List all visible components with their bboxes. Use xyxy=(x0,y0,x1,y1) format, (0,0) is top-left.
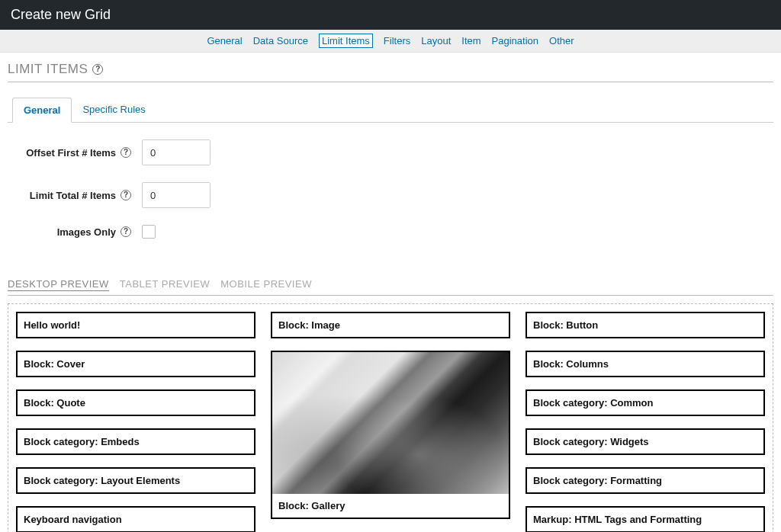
list-item[interactable]: Block category: Common xyxy=(525,389,765,416)
list-item[interactable]: Block category: Layout Elements xyxy=(16,467,256,494)
general-form: Offset First # Items ? Limit Total # Ite… xyxy=(8,123,773,263)
section-header-limit-items: LIMIT ITEMS ? xyxy=(8,62,773,82)
dialog-title: Create new Grid xyxy=(0,0,781,30)
offset-input[interactable] xyxy=(142,139,211,165)
limit-input[interactable] xyxy=(142,182,211,208)
preview-column-2: Block: Image Block: Gallery xyxy=(271,312,510,519)
preview-tab-desktop[interactable]: DESKTOP PREVIEW xyxy=(8,278,109,291)
nav-layout[interactable]: Layout xyxy=(421,35,451,46)
nav-filters[interactable]: Filters xyxy=(384,35,410,46)
preview-column-1: Hello world! Block: Cover Block: Quote B… xyxy=(16,312,256,532)
nav-data-source[interactable]: Data Source xyxy=(253,35,308,46)
nav-limit-items[interactable]: Limit Items xyxy=(319,34,373,48)
images-only-label: Images Only ? xyxy=(12,226,142,238)
list-item[interactable]: Block: Image xyxy=(271,312,510,338)
list-item[interactable]: Block: Columns xyxy=(525,351,765,377)
preview-container: Hello world! Block: Cover Block: Quote B… xyxy=(8,303,773,532)
offset-label: Offset First # Items ? xyxy=(12,147,142,159)
preview-column-3: Block: Button Block: Columns Block categ… xyxy=(525,312,765,532)
gallery-caption: Block: Gallery xyxy=(272,494,509,518)
list-item[interactable]: Block category: Embeds xyxy=(16,428,256,455)
help-icon[interactable]: ? xyxy=(121,190,131,200)
list-item[interactable]: Block: Quote xyxy=(16,389,256,416)
nav-general[interactable]: General xyxy=(207,35,242,46)
top-navigation: General Data Source Limit Items Filters … xyxy=(0,30,781,53)
nav-other[interactable]: Other xyxy=(549,35,574,46)
nav-pagination[interactable]: Pagination xyxy=(492,35,538,46)
list-item[interactable]: Block category: Formatting xyxy=(525,467,765,494)
help-icon[interactable]: ? xyxy=(92,64,103,75)
list-item[interactable]: Block: Button xyxy=(525,312,765,338)
list-item[interactable]: Block: Cover xyxy=(16,351,256,377)
help-icon[interactable]: ? xyxy=(121,226,131,237)
subtab-specific-rules[interactable]: Specific Rules xyxy=(72,98,156,122)
nav-item[interactable]: Item xyxy=(461,35,480,46)
list-item[interactable]: Markup: HTML Tags and Formatting xyxy=(525,506,765,532)
limit-label: Limit Total # Items ? xyxy=(12,190,142,201)
preview-tab-mobile[interactable]: MOBILE PREVIEW xyxy=(220,278,312,290)
preview-tabs: DESKTOP PREVIEW TABLET PREVIEW MOBILE PR… xyxy=(8,278,773,296)
list-item-gallery[interactable]: Block: Gallery xyxy=(271,351,510,519)
subtab-general[interactable]: General xyxy=(12,98,72,123)
subtabs: General Specific Rules xyxy=(8,98,773,123)
help-icon[interactable]: ? xyxy=(121,147,131,158)
gallery-image xyxy=(272,352,509,494)
preview-tab-tablet[interactable]: TABLET PREVIEW xyxy=(120,278,211,290)
list-item[interactable]: Hello world! xyxy=(16,312,256,338)
images-only-checkbox[interactable] xyxy=(142,225,156,239)
list-item[interactable]: Block category: Widgets xyxy=(525,428,765,455)
list-item[interactable]: Keyboard navigation xyxy=(16,506,256,532)
